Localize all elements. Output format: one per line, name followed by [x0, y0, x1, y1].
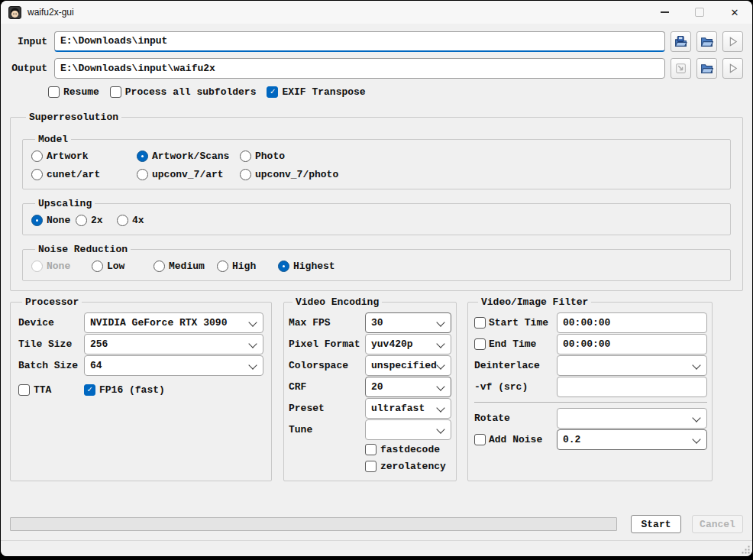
chevron-down-icon: [436, 425, 444, 433]
radio-icon: [31, 151, 43, 162]
radio-icon: [217, 261, 228, 272]
output-select-folder-button[interactable]: [696, 58, 717, 79]
end-time-row: End Time: [474, 334, 707, 354]
window-controls: ✕: [647, 1, 752, 24]
minimize-button[interactable]: [647, 1, 682, 24]
start-button[interactable]: Start: [631, 515, 681, 533]
radio-noise-medium[interactable]: Medium: [154, 261, 217, 272]
radio-artwork[interactable]: Artwork: [31, 151, 137, 162]
radio-selected-icon: [31, 215, 43, 226]
chevron-down-icon: [248, 339, 257, 348]
radio-upconv7-photo[interactable]: upconv_7/photo: [240, 169, 722, 180]
maximize-icon: [695, 8, 704, 17]
max-fps-row: Max FPS 30: [289, 312, 451, 333]
radio-artwork-scans[interactable]: Artwork/Scans: [137, 151, 240, 162]
fp16-checkbox[interactable]: FP16 (fast): [84, 384, 165, 396]
zerolatency-checkbox[interactable]: zerolatency: [365, 461, 446, 472]
pixel-format-select[interactable]: yuv420p: [365, 334, 451, 354]
subfolders-label: Process all subfolders: [125, 86, 257, 98]
radio-noise-highest[interactable]: Highest: [278, 261, 722, 272]
preset-select[interactable]: ultrafast: [365, 398, 451, 419]
tile-size-label: Tile Size: [18, 338, 84, 350]
end-time-checkbox[interactable]: End Time: [474, 338, 557, 350]
add-noise-checkbox[interactable]: Add Noise: [474, 434, 557, 445]
input-run-button[interactable]: [722, 31, 743, 52]
tile-size-select[interactable]: 256: [84, 334, 263, 354]
checkbox-icon: [474, 317, 486, 329]
model-legend: Model: [35, 134, 71, 145]
radio-noise-none: None: [31, 261, 92, 272]
device-select[interactable]: NVIDIA GeForce RTX 3090: [84, 312, 263, 333]
chevron-down-icon: [436, 318, 444, 326]
end-time-field[interactable]: [557, 334, 707, 354]
radio-cunet-art[interactable]: cunet/art: [31, 169, 137, 180]
resume-checkbox[interactable]: Resume: [48, 86, 99, 98]
radio-icon: [76, 215, 87, 226]
processor-group: Processor Device NVIDIA GeForce RTX 3090…: [10, 296, 272, 481]
deinterlace-row: Deinterlace: [474, 355, 707, 376]
tta-checkbox[interactable]: TTA: [18, 384, 84, 396]
radio-icon: [117, 215, 128, 226]
footer-row: Start Cancel: [10, 515, 743, 533]
resize-grip[interactable]: [742, 545, 750, 554]
minimize-icon: [661, 11, 669, 13]
titlebar: waifu2x-gui ✕: [1, 1, 752, 24]
add-noise-select[interactable]: 0.2: [557, 429, 707, 450]
checkbox-icon: [474, 338, 486, 350]
radio-icon: [92, 261, 103, 272]
subfolders-checkbox[interactable]: Process all subfolders: [110, 86, 257, 98]
resume-label: Resume: [63, 86, 99, 98]
max-fps-select[interactable]: 30: [365, 312, 451, 333]
crf-label: CRF: [289, 381, 365, 393]
pixel-format-row: Pixel Format yuv420p: [289, 334, 451, 354]
rotate-select[interactable]: [557, 408, 707, 429]
start-time-row: Start Time: [474, 312, 707, 333]
radio-upscale-none[interactable]: None: [31, 215, 76, 226]
tune-row: Tune: [289, 419, 451, 440]
batch-size-select[interactable]: 64: [84, 355, 263, 376]
deinterlace-select[interactable]: [557, 355, 707, 376]
settings-columns: Processor Device NVIDIA GeForce RTX 3090…: [10, 296, 743, 481]
noise-reduction-group: Noise Reduction None Low Medium: [22, 244, 731, 281]
vf-src-field[interactable]: [557, 377, 707, 397]
input-label: Input: [10, 36, 47, 47]
colorspace-select[interactable]: unspecified: [365, 355, 451, 376]
radio-icon: [31, 169, 43, 180]
output-path-field[interactable]: [54, 58, 665, 79]
crf-select[interactable]: 20: [365, 377, 451, 397]
chevron-down-icon: [436, 403, 444, 412]
processor-legend: Processor: [22, 296, 82, 308]
start-time-field[interactable]: [557, 312, 707, 333]
filter-separator: [474, 402, 707, 403]
output-run-button[interactable]: [722, 58, 743, 79]
video-image-filter-group: Video/Image Filter Start Time End Time: [467, 296, 713, 481]
radio-upconv7-art[interactable]: upconv_7/art: [137, 169, 240, 180]
colorspace-label: Colorspace: [289, 360, 365, 371]
radio-upscale-4x[interactable]: 4x: [117, 215, 722, 226]
main-content: Input: [1, 24, 752, 540]
output-goto-button: [671, 58, 691, 79]
checkbox-checked-icon: [267, 86, 278, 98]
chevron-down-icon: [692, 361, 700, 369]
input-select-folder-button[interactable]: [696, 31, 717, 52]
start-time-checkbox[interactable]: Start Time: [474, 317, 557, 329]
fastdecode-checkbox[interactable]: fastdecode: [365, 444, 440, 455]
radio-photo[interactable]: Photo: [240, 151, 722, 162]
rotate-row: Rotate: [474, 408, 707, 429]
chevron-down-icon: [436, 339, 444, 348]
tune-select[interactable]: [365, 419, 451, 440]
close-button[interactable]: ✕: [717, 1, 752, 24]
radio-upscale-2x[interactable]: 2x: [76, 215, 117, 226]
device-row: Device NVIDIA GeForce RTX 3090: [18, 312, 263, 333]
input-select-file-button[interactable]: [671, 31, 691, 52]
batch-size-row: Batch Size 64: [18, 355, 263, 376]
upscaling-group: Upscaling None 2x 4x: [22, 198, 731, 235]
input-row: Input: [10, 31, 743, 52]
radio-noise-low[interactable]: Low: [92, 261, 154, 272]
vf-src-label: -vf (src): [474, 381, 557, 393]
input-path-field[interactable]: [54, 31, 665, 52]
preset-row: Preset ultrafast: [289, 398, 451, 419]
radio-noise-high[interactable]: High: [217, 261, 278, 272]
radio-icon: [154, 261, 165, 272]
exif-transpose-checkbox[interactable]: EXIF Transpose: [267, 86, 365, 98]
